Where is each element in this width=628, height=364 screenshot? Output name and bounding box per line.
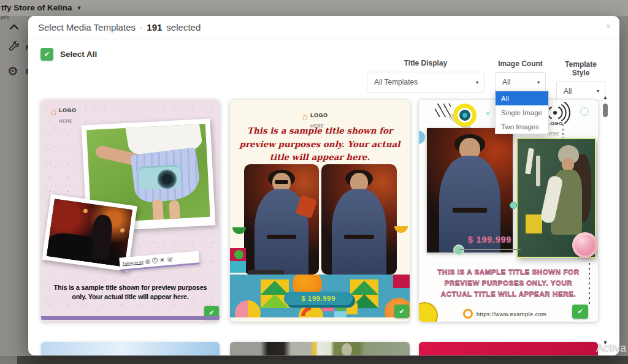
facebook-icon: ⓕ [151,257,158,264]
title-display-select[interactable]: All Templates ▾ [367,72,484,93]
dropdown-option-two-images[interactable]: Two Images [496,119,548,134]
select-caret-icon: ▾ [537,80,540,85]
whatsapp-icon: ☏ [166,256,174,263]
photo-motorcycle-image [47,199,132,267]
price-text: $ 199.999 [301,295,335,302]
template-style-select[interactable]: All ▾ [556,82,605,100]
decor-shape [562,158,574,171]
dropdown-option-single-image[interactable]: Single Image [496,105,548,119]
decor-square-teal [230,261,246,273]
photo-model-seated [321,164,397,275]
template-card-5-partial[interactable] [230,342,410,355]
logo-text-top: LOGO [310,112,328,119]
decor-half-circle-cyan [419,131,425,144]
image-count-select[interactable]: All ▾ [495,72,546,92]
logo-text-top: LOGO [59,107,77,114]
modal-header: Select Media Templates - 191 selected [28,16,619,39]
decor-dot [462,113,467,118]
decor-shape [152,199,164,222]
selected-check-badge[interactable]: ✔ [394,305,409,318]
select-all-label: Select All [60,50,97,59]
sample-title-text: This is a sample title shown for preview… [51,283,210,301]
selected-check-badge[interactable]: ✔ [572,305,588,319]
logo-text-top: LOGO [547,121,563,127]
url-text: https://www.example.com [477,311,547,317]
dropdown-option-all[interactable]: All [496,91,548,105]
background-content-strip [17,356,628,364]
decor-shape [88,214,114,261]
x-icon: ✕ [159,257,165,263]
decor-circle-two-tone [235,300,261,317]
select-all-control[interactable]: ✔ Select All [40,48,97,61]
price-pill: $ 199.999 [284,292,353,305]
decor-circle-green [453,245,464,256]
filter-template-style: Template Style All ▾ [556,60,605,100]
logo-text-bottom: HERE [59,118,72,124]
template-style-label: Template Style [556,60,605,77]
decor-square-yellow [526,214,543,233]
check-badge-icon: ✔ [399,308,404,316]
decor-shape [83,209,88,214]
select-caret-icon: ▾ [597,88,599,94]
image-count-dropdown: All Single Image Two Images [495,91,549,134]
template-card-2[interactable]: ⌂ LOGOHERE This is a sample title shown … [230,100,410,322]
price-text: $ 199.999 [468,235,511,245]
check-badge-icon: ✔ [577,308,583,316]
decor-shape [120,228,124,233]
template-card-4-partial[interactable] [41,342,220,355]
follow-us-label: Follow us on [123,260,144,265]
sample-title-text: This is a sample title shown for preview… [239,124,401,164]
filter-title-display: Title Display All Templates ▾ [367,59,484,93]
decor-half-circle-yellow [419,302,438,322]
home-icon: ⌂ [302,112,308,121]
template-card-6-partial[interactable] [419,342,598,355]
app-topbar: tfy Store of Kelina ▼ pify [0,0,628,16]
decor-sphere-pink [572,232,598,258]
store-title: tfy Store of Kelina [1,3,72,12]
screen: tfy Store of Kelina ▼ pify ⚙ N E Select … [0,0,628,364]
chevron-up-icon[interactable] [9,24,19,30]
wrench-icon[interactable] [8,40,20,53]
image-count-value: All [502,78,510,86]
decor-square-yellow [347,303,358,314]
decor-circle-outline [580,107,589,116]
decor-dashed-line [589,263,590,307]
decor-circle-green [234,250,243,259]
decor-shape [267,235,297,239]
store-switcher[interactable]: tfy Store of Kelina ▼ [1,3,82,12]
store-subtitle: pify [1,13,10,20]
close-icon[interactable]: × [606,21,611,31]
instagram-icon: ◎ [145,258,150,264]
scrollbar-thumb[interactable] [603,104,608,117]
decor-shape [453,208,487,213]
gear-icon[interactable]: ⚙ [7,64,18,78]
decor-shape [248,270,284,275]
decor-triangle [261,281,289,295]
modal-title: Select Media Templates [38,22,136,32]
decor-square-blue [334,311,347,317]
decor-square-yellow [261,279,289,308]
select-all-checkbox[interactable]: ✔ [40,48,53,61]
decor-shape [342,343,352,355]
selected-suffix: selected [166,22,201,32]
logo-placeholder: ⌂ LOGOHERE [51,107,77,125]
decor-triangle [350,281,378,295]
target-icon [453,104,477,127]
title-separator: - [140,23,142,32]
caret-down-icon: ▼ [77,5,82,11]
check-badge-icon: ✔ [209,309,214,317]
template-style-value: All [564,87,572,96]
sample-title-text: THIS IS A SAMPLE TITLE SHOWN FOR PREVIEW… [434,267,583,300]
decor-ring [458,108,472,123]
template-card-1[interactable]: ⌂ LOGOHERE [41,100,220,322]
photo-model-sunglasses [244,164,319,275]
decor-shape [344,235,374,239]
decor-circle-arc [299,304,323,317]
decor-shape [525,148,534,175]
social-strip: Follow us on ◎ ⓕ ✕ ☏ [119,251,199,271]
scroll-up-icon[interactable]: ▲ [600,94,611,100]
url-row: https://www.example.com [450,309,560,319]
decor-ring [459,110,470,121]
background-content-strip-left [0,356,17,364]
select-caret-icon: ▾ [476,80,478,85]
